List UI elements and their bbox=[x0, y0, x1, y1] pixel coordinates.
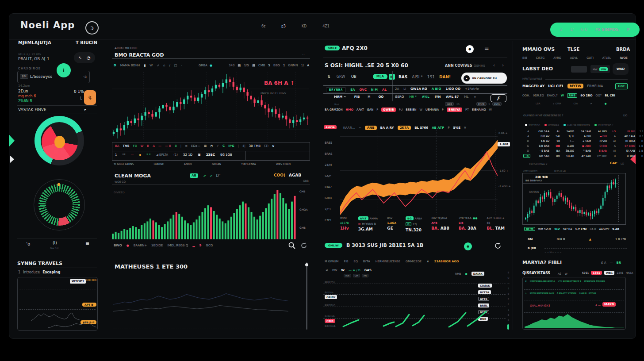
volume-ab-badge[interactable]: AB bbox=[190, 173, 198, 178]
right-tab[interactable]: BIB bbox=[522, 56, 527, 60]
toolbox-control[interactable]: | bbox=[180, 144, 181, 148]
vastak-row[interactable]: VASTAK FINVE bbox=[18, 108, 46, 112]
right-tab[interactable]: ATLBL bbox=[602, 56, 611, 60]
session-pill[interactable]: GMLIW bbox=[325, 243, 342, 248]
prev-arrow[interactable]: ‹ bbox=[493, 63, 495, 68]
gbt-badge[interactable]: GBT bbox=[615, 83, 628, 89]
toolbox-control[interactable]: (3) bbox=[264, 144, 268, 148]
search-icon[interactable] bbox=[288, 242, 296, 250]
crib-badge[interactable]: CRIB bbox=[325, 319, 335, 323]
ticker-item[interactable]: 4Z1 bbox=[322, 24, 330, 28]
footer-filter[interactable]: 9 bbox=[199, 244, 202, 247]
toolbar-item[interactable]: ⌂ bbox=[163, 64, 165, 67]
positions-header-item[interactable]: EQ bbox=[354, 260, 358, 263]
positions-header-item[interactable]: M GIWUM bbox=[325, 260, 338, 263]
toolbar-range-item[interactable]: CMB bbox=[258, 64, 265, 67]
toolbar-item[interactable]: ⇗ bbox=[157, 64, 159, 67]
toolbar-range-item[interactable]: GNMN bbox=[288, 64, 298, 67]
toolbar-range-item[interactable]: 1 bbox=[283, 64, 285, 67]
ticker-item[interactable]: 6z bbox=[261, 24, 265, 28]
filter-tag[interactable]: BAS bbox=[399, 75, 407, 79]
toolbar-range-item[interactable]: ▤ bbox=[238, 64, 241, 67]
toolbox-control[interactable]: 4| bbox=[242, 144, 245, 148]
orders-right-item[interactable]: — bbox=[610, 261, 613, 265]
filter-grid-chip[interactable]: ▦ bbox=[389, 74, 395, 80]
flow-area-chart[interactable] bbox=[340, 130, 498, 215]
toolbox-stat[interactable]: * * bbox=[146, 153, 150, 157]
filter-icon[interactable]: OB bbox=[351, 75, 356, 79]
symbol-chip[interactable]: P bbox=[442, 108, 444, 111]
toolbox-stat[interactable]: ◢ EPLTA bbox=[156, 153, 168, 157]
next-arrow[interactable]: › bbox=[502, 63, 504, 68]
toolbar-range-item[interactable]: BBG bbox=[273, 64, 280, 67]
toolbox-control[interactable]: ✓ bbox=[216, 144, 219, 148]
legend-chip[interactable]: GM bbox=[353, 274, 360, 277]
footer-filter[interactable]: SEDIDE bbox=[151, 244, 163, 247]
mw-pw-toggle[interactable]: MW PW bbox=[590, 65, 610, 73]
tiny-item[interactable]: LBA bbox=[536, 102, 540, 105]
positions-header-item[interactable]: ∨ bbox=[427, 260, 429, 263]
toolbox-control[interactable]: C bbox=[222, 144, 225, 148]
toolbar-item[interactable]: W bbox=[150, 64, 153, 67]
tiny-item[interactable]: ● bbox=[605, 102, 607, 105]
positions-header-item[interactable]: GMMICEDE bbox=[406, 260, 422, 263]
positions-header-item[interactable]: BYTA bbox=[363, 260, 370, 263]
tiny-item[interactable]: ∨ GWA bbox=[553, 102, 561, 105]
toolbox-control[interactable]: EDa— bbox=[191, 144, 200, 148]
tiny-item[interactable]: GIA bbox=[574, 102, 578, 105]
toolbar-range-item[interactable]: A bbox=[307, 64, 309, 67]
toolbar-range-item[interactable]: 343 bbox=[229, 64, 234, 67]
toolbox-stat[interactable]: ▪ bbox=[139, 153, 141, 157]
footer-filter[interactable]: ▂ bbox=[192, 244, 195, 247]
brand-mark-icon[interactable]: ϶ bbox=[85, 21, 99, 35]
toolbox-control[interactable]: IPG bbox=[228, 144, 234, 148]
toolbar-item[interactable]: ▮ bbox=[144, 64, 146, 67]
toolbox-control[interactable]: ◔ bbox=[210, 144, 213, 148]
apt-badge[interactable]: APT B- bbox=[82, 303, 96, 307]
orders-tab[interactable]: AS bbox=[558, 272, 561, 275]
filter-tag[interactable]: AISI * bbox=[412, 75, 423, 79]
footer-filter[interactable]: BWO bbox=[114, 244, 122, 247]
toolbox-control[interactable]: TVE bbox=[123, 144, 130, 148]
toolbar-center-item[interactable]: GRBA bbox=[199, 64, 207, 67]
volume-bar-chart[interactable] bbox=[112, 188, 297, 239]
chat-assist-box[interactable]: ▸ UN CAKNONE EH bbox=[461, 73, 507, 84]
session-go-button[interactable]: ● bbox=[464, 242, 472, 250]
wtop-badge[interactable]: WTOP1 bbox=[70, 279, 86, 284]
trend-arrow-icon[interactable]: ⇗ bbox=[203, 174, 206, 178]
right-tab[interactable]: GUTI bbox=[586, 56, 594, 60]
right-tab[interactable]: AGVL bbox=[570, 56, 578, 60]
symbol-chip[interactable]: PU bbox=[399, 108, 403, 111]
info-icon[interactable]: (I) bbox=[53, 241, 57, 245]
pill-icon[interactable]: ◔ bbox=[87, 55, 91, 60]
chart-title-more[interactable]: ‥ bbox=[302, 51, 305, 55]
tiny-item[interactable]: ≠ bbox=[590, 102, 592, 105]
toolbox-control[interactable]: BA bbox=[115, 144, 119, 148]
toolbar-item[interactable]: □ bbox=[174, 64, 177, 67]
toolbar-center-item[interactable]: ● bbox=[210, 64, 212, 67]
toolbar-item[interactable]: · bbox=[181, 64, 182, 67]
toolbox-stat[interactable]: ▣ bbox=[198, 153, 201, 157]
quick-action-button[interactable]: ↯ bbox=[84, 90, 96, 105]
filter-icon[interactable]: GRW bbox=[337, 75, 345, 79]
mini-chart-panel[interactable]: 34B /BIB BIB BBIBVVVLV RAYIAW bbox=[522, 173, 626, 225]
footer-filter[interactable]: ● bbox=[126, 244, 129, 247]
symbol-chip[interactable]: BSBIBN bbox=[406, 108, 416, 111]
magged-item[interactable]: MAGGED AY bbox=[522, 84, 544, 88]
symbol-chip[interactable]: EIBNAINO bbox=[472, 108, 486, 111]
menu-lines-icon[interactable]: ≡ bbox=[85, 241, 89, 246]
toolbox-stat[interactable]: ** bbox=[122, 153, 125, 157]
trend-arrow-icon[interactable]: D° bbox=[216, 174, 220, 178]
toolbox-control[interactable]: B bbox=[175, 144, 177, 148]
footer-filter[interactable]: BAARN+ bbox=[134, 244, 147, 247]
toolbox-stat[interactable]: — bbox=[130, 153, 134, 157]
symbol-chip[interactable]: BNKIYA bbox=[447, 108, 462, 112]
notification-badge[interactable]: i bbox=[57, 63, 71, 77]
toolbox-control[interactable]: — B bbox=[165, 144, 171, 148]
filter-tag[interactable]: 1S1 bbox=[427, 75, 435, 79]
symbol-chip[interactable]: AAKT bbox=[356, 108, 364, 111]
scrollbar-thumb[interactable] bbox=[305, 263, 308, 266]
area-left-badge[interactable]: AHYIA bbox=[324, 125, 337, 129]
toolbox-control[interactable]: — bbox=[158, 144, 161, 148]
symbol-chip[interactable]: GAN bbox=[367, 108, 373, 111]
